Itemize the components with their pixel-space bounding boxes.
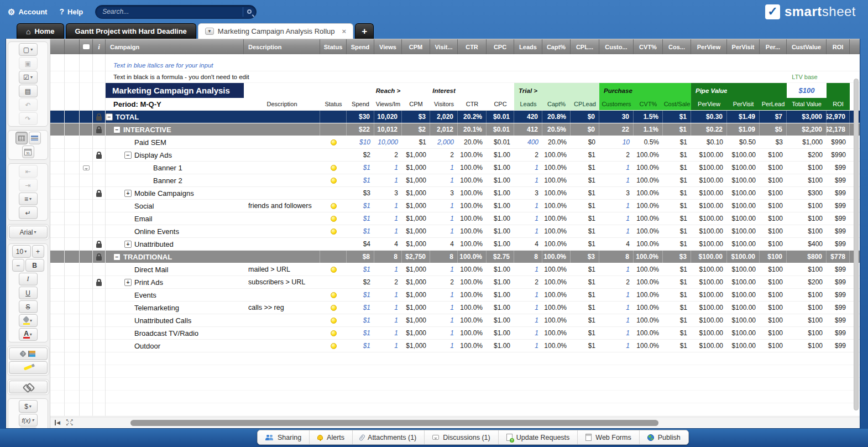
grid-view-button[interactable] [15,132,28,144]
visitors-cell[interactable]: 1 [430,225,458,237]
spend-cell[interactable]: $1 [347,212,374,225]
visitors-cell[interactable]: 1 [430,327,458,339]
roi-cell[interactable]: $990 [827,136,850,148]
campaign-name-cell[interactable]: −INTERACTIVE [106,123,244,136]
views-cell[interactable]: 4 [374,238,402,250]
cpm-cell[interactable]: $1,000 [402,238,430,250]
cost-cell[interactable]: $1 [663,225,691,237]
field-label-leads[interactable]: Leads [514,98,542,110]
roi-cell[interactable]: $2,970 [827,111,850,123]
campaign-name-cell[interactable]: Broadcast TV/Radio [106,327,244,339]
perview-cell[interactable]: $100.00 [691,327,727,339]
roi-cell[interactable]: $99 [827,302,850,314]
capt-cell[interactable]: 100.0% [542,212,571,225]
ctr-cell[interactable]: 100.0% [458,314,487,326]
capt-cell[interactable]: 100.0% [542,251,571,263]
perview-cell[interactable]: $100.00 [691,162,727,174]
roi-cell[interactable]: $99 [827,314,850,326]
perview-cell[interactable]: $100.00 [691,174,727,186]
cpm-cell[interactable]: $2 [402,123,430,136]
ltv-base-label[interactable]: LTV base [787,71,827,82]
customers-cell[interactable]: 1 [599,289,634,301]
roi-cell[interactable]: $99 [827,263,850,276]
field-label-cpm[interactable]: CPM [402,98,430,110]
ctr-cell[interactable]: 100.0% [458,187,487,199]
spend-cell[interactable]: $1 [347,263,374,276]
perlead-cell[interactable]: $100 [760,276,787,288]
search-box[interactable] [95,5,257,19]
perview-cell[interactable]: $100.00 [691,225,727,237]
perlead-cell[interactable]: $100 [760,340,787,352]
font-size-select[interactable]: 10▾ [12,245,31,258]
roi-cell[interactable]: $99 [827,289,850,301]
col-header-cost[interactable]: Cos... [663,39,691,54]
attachments-button[interactable]: Attachments (1) [353,430,425,444]
spend-cell[interactable]: $1 [347,340,374,352]
description-cell[interactable]: mailed > URL [244,263,320,276]
spend-cell[interactable]: $3 [347,187,374,199]
perlead-cell[interactable]: $100 [760,200,787,212]
status-cell[interactable] [320,327,347,339]
roi-cell[interactable]: $99 [827,340,850,352]
custvalue-cell[interactable]: $200 [787,149,827,161]
ctr-cell[interactable]: 100.0% [458,162,487,174]
band-purchase-label[interactable]: Purchase [599,83,634,98]
leads-cell[interactable]: 1 [514,289,542,301]
decrease-size-button[interactable]: − [12,259,24,272]
cost-cell[interactable]: $1 [663,340,691,352]
cvt-cell[interactable]: 100.0% [634,212,663,225]
capt-cell[interactable]: 100.0% [542,149,571,161]
field-label-cvt[interactable]: CVT% [634,98,663,110]
leads-cell[interactable]: 420 [514,111,542,123]
campaign-name-cell[interactable]: Outdoor [106,340,244,352]
conditional-formatting-button[interactable] [9,347,48,360]
cvt-cell[interactable]: 1.5% [634,111,663,123]
spend-cell[interactable]: $1 [347,302,374,314]
cost-cell[interactable]: $1 [663,263,691,276]
band-empty-status[interactable] [320,83,347,98]
status-cell[interactable] [320,302,347,314]
col-header-commentcol[interactable] [80,39,93,54]
cost-cell[interactable]: $1 [663,123,691,136]
roi-cell[interactable]: $99 [827,225,850,237]
visitors-cell[interactable]: 1 [430,302,458,314]
capt-cell[interactable]: 100.0% [542,276,571,288]
pervisit-cell[interactable]: $100.00 [727,238,760,250]
cvt-cell[interactable]: 100.0% [634,327,663,339]
cpc-cell[interactable]: $0.01 [487,111,514,123]
spend-cell[interactable]: $2 [347,149,374,161]
perlead-cell[interactable]: $100 [760,149,787,161]
capt-cell[interactable]: 20.8% [542,111,571,123]
customers-cell[interactable]: 1 [599,327,634,339]
link-button[interactable] [9,381,48,393]
band-empty-ctr[interactable] [458,83,487,98]
custvalue-cell[interactable]: $100 [787,162,827,174]
cpc-cell[interactable]: $1.00 [487,212,514,225]
customers-cell[interactable]: 8 [599,251,634,263]
comment-icon[interactable] [83,165,90,170]
cplead-cell[interactable]: $1 [571,302,599,314]
cplead-cell[interactable]: $1 [571,174,599,186]
visitors-cell[interactable]: 2 [430,276,458,288]
expand-view-icon[interactable]: ↖↗ ↙↘ [66,419,73,426]
col-header-description[interactable]: Description [244,39,320,54]
period-cell[interactable]: Period: M-Q-Y [106,98,244,110]
perview-cell[interactable]: $100.00 [691,238,727,250]
cost-cell[interactable]: $1 [663,276,691,288]
checkbox-menu-button[interactable]: ☑▾ [19,71,38,84]
cvt-cell[interactable]: 100.0% [634,200,663,212]
perlead-cell[interactable]: $100 [760,238,787,250]
cpc-cell[interactable]: $1.00 [487,174,514,186]
perlead-cell[interactable]: $7 [760,111,787,123]
customers-cell[interactable]: 1 [599,302,634,314]
cvt-cell[interactable]: 100.0% [634,314,663,326]
perlead-cell[interactable]: $100 [760,314,787,326]
customers-cell[interactable]: 3 [599,187,634,199]
search-input[interactable] [102,8,239,15]
visitors-cell[interactable]: 1 [430,263,458,276]
sheet-title-cell[interactable]: Marketing Campaign Analysis [106,83,244,98]
calendar-view-button[interactable]: 31 [22,145,34,158]
perview-cell[interactable]: $0.22 [691,123,727,136]
cplead-cell[interactable]: $1 [571,187,599,199]
cvt-cell[interactable]: 100.0% [634,289,663,301]
